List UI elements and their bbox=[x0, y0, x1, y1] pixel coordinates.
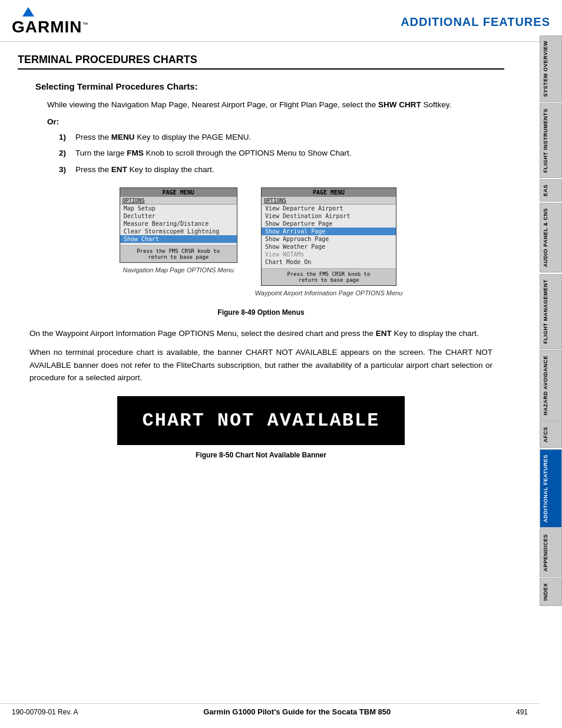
footer-title: Garmin G1000 Pilot's Guide for the Socat… bbox=[203, 707, 391, 716]
ent-key-bold: ENT bbox=[111, 165, 127, 174]
right-menu-options: OPTIONS bbox=[262, 197, 396, 205]
right-menu-item-6: Show Weather Page bbox=[262, 243, 396, 251]
right-menu-item-7: View NOTAMs bbox=[262, 251, 396, 258]
left-menu-options: OPTIONS bbox=[120, 197, 237, 205]
tab-audio-panel-cns[interactable]: AUDIO PANEL & CNS bbox=[540, 203, 562, 272]
right-menu-item-1: View Departure Airport bbox=[262, 205, 396, 212]
left-menu-label: Navigation Map Page OPTIONS Menu bbox=[123, 266, 234, 274]
right-menu-item-4: Show Arrival Page bbox=[262, 228, 396, 235]
waypoint-airport-page-menu: PAGE MENU OPTIONS View Departure Airport… bbox=[261, 187, 396, 286]
menu-key-bold: MENU bbox=[111, 133, 135, 141]
figure-49-area: PAGE MENU OPTIONS Map Setup Declutter Me… bbox=[29, 187, 492, 297]
section-title: TERMINAL PROCEDURES CHARTS bbox=[18, 54, 504, 70]
intro-paragraph: While viewing the Navigation Map Page, N… bbox=[47, 98, 498, 111]
numbered-steps: 1) Press the MENU Key to display the PAG… bbox=[59, 131, 504, 176]
fms-knob-bold: FMS bbox=[127, 149, 144, 157]
subsection-title: Selecting Terminal Procedures Charts: bbox=[35, 81, 504, 91]
garmin-wordmark: GARMIN™ bbox=[12, 18, 89, 37]
right-menu-item-3: Show Departure Page bbox=[262, 220, 396, 228]
step-3: 3) Press the ENT Key to display the char… bbox=[59, 163, 504, 176]
left-menu-item-3: Measure Bearing/Distance bbox=[120, 220, 237, 228]
step-2: 2) Turn the large FMS Knob to scroll thr… bbox=[59, 147, 504, 160]
ent-bold-2: ENT bbox=[376, 329, 392, 338]
nav-map-page-menu: PAGE MENU OPTIONS Map Setup Declutter Me… bbox=[120, 187, 237, 263]
step-1: 1) Press the MENU Key to display the PAG… bbox=[59, 131, 504, 144]
tab-afcs[interactable]: AFCS bbox=[540, 421, 562, 448]
left-menu-item-1: Map Setup bbox=[120, 205, 237, 212]
tab-eas[interactable]: EAS bbox=[540, 179, 562, 202]
body-paragraph-1: On the Waypoint Airport Information Page… bbox=[29, 327, 492, 340]
left-menu-item-2: Declutter bbox=[120, 212, 237, 220]
body-paragraph-2: When no terminal procedure chart is avai… bbox=[29, 346, 492, 384]
tab-hazard-avoidance[interactable]: HAZARD AVOIDANCE bbox=[540, 350, 562, 421]
section-tabs: SYSTEM OVERVIEW FLIGHT INSTRUMENTS EAS A… bbox=[540, 35, 562, 606]
figure-50-caption: Figure 8-50 Chart Not Available Banner bbox=[196, 451, 326, 459]
chart-not-available-banner: CHART NOT AVAILABLE bbox=[117, 396, 405, 445]
left-menu-item-5: Show Chart bbox=[120, 235, 237, 243]
footer-page-number: 491 bbox=[516, 708, 528, 716]
footer-doc-number: 190-00709-01 Rev. A bbox=[12, 708, 78, 716]
right-menu-title: PAGE MENU bbox=[262, 188, 396, 197]
left-menu-item-4: Clear Stormscope® Lightning bbox=[120, 228, 237, 235]
tab-additional-features[interactable]: ADDITIONAL FEATURES bbox=[540, 449, 562, 528]
right-menu-footer: Press the FMS CRSR knob toreturn to base… bbox=[262, 268, 396, 285]
main-content: TERMINAL PROCEDURES CHARTS Selecting Ter… bbox=[0, 42, 540, 483]
page-footer: 190-00709-01 Rev. A Garmin G1000 Pilot's… bbox=[0, 703, 540, 716]
chapter-title: ADDITIONAL FEATURES bbox=[401, 15, 550, 29]
right-menu-figure: PAGE MENU OPTIONS View Departure Airport… bbox=[255, 187, 403, 297]
tab-index[interactable]: INDEX bbox=[540, 578, 562, 606]
garmin-triangle-icon bbox=[22, 7, 34, 17]
right-menu-item-8: Chart Mode On bbox=[262, 258, 396, 266]
figure-49-caption: Figure 8-49 Option Menus bbox=[18, 308, 504, 317]
shw-chrt-bold: SHW CHRT bbox=[378, 100, 421, 109]
page-header: GARMIN™ ADDITIONAL FEATURES bbox=[0, 0, 562, 42]
tab-flight-management[interactable]: FLIGHT MANAGEMENT bbox=[540, 274, 562, 349]
left-menu-figure: PAGE MENU OPTIONS Map Setup Declutter Me… bbox=[120, 187, 237, 297]
right-menu-label: Waypoint Airport Information Page OPTION… bbox=[255, 289, 403, 297]
tab-flight-instruments[interactable]: FLIGHT INSTRUMENTS bbox=[540, 103, 562, 178]
figure-50-area: CHART NOT AVAILABLE Figure 8-50 Chart No… bbox=[18, 396, 504, 459]
garmin-logo: GARMIN™ bbox=[12, 7, 89, 37]
tab-appendices[interactable]: APPENDICES bbox=[540, 529, 562, 577]
right-menu-item-5: Show Approach Page bbox=[262, 235, 396, 243]
left-menu-footer: Press the FMS CRSR knob toreturn to base… bbox=[120, 245, 237, 262]
or-label: Or: bbox=[47, 117, 504, 126]
right-menu-item-2: View Destination Airport bbox=[262, 212, 396, 220]
tab-system-overview[interactable]: SYSTEM OVERVIEW bbox=[540, 35, 562, 102]
left-menu-title: PAGE MENU bbox=[120, 188, 237, 197]
